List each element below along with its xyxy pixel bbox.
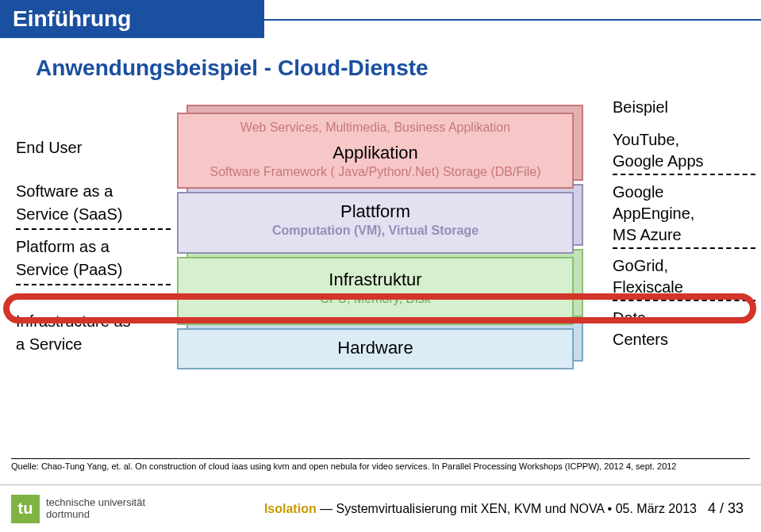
logo-text: technische universität dortmund [46,497,145,520]
footer-rest: — Systemvirtualisierung mit XEN, KVM und… [317,502,697,515]
label-saas-1: Software as a [16,182,171,201]
divider [16,228,171,230]
divider [613,300,755,301]
label-paas-2: Service (PaaS) [16,261,171,279]
label-iaas-1: Infrastructure as [16,312,171,331]
label-iaas-2: a Service [16,335,171,354]
label-enduser: End User [16,139,171,157]
layer-stack: Web Services, Multimedia, Business Appli… [177,113,605,373]
example-gae-3: MS Azure [613,226,755,244]
divider [613,174,755,175]
example-heading: Beispiel [613,98,755,117]
plat-subline: Computation (VM), Virtual Storage [179,222,572,243]
page-current: 4 [708,500,716,516]
example-gogrid-2: Flexiscale [613,278,755,297]
example-gae-1: Google [613,183,755,201]
plat-title: Plattform [179,193,572,222]
inf-subline: CPU, Memory, Disk [179,290,572,311]
citation-block: Quelle: Chao-Tung Yang, et. al. On const… [11,455,750,471]
page-total: 33 [728,500,744,516]
layer-platform: Plattform Computation (VM), Virtual Stor… [177,192,605,254]
layer-application: Web Services, Multimedia, Business Appli… [177,113,605,189]
example-youtube-2: Google Apps [613,152,755,170]
university-logo: tu technische universität dortmund [11,495,145,523]
app-topline: Web Services, Multimedia, Business Appli… [179,114,572,140]
layer-infrastructure: Infrastruktur CPU, Memory, Disk [177,257,605,325]
logo-icon: tu [11,495,40,523]
uni-line1: technische universität [46,497,145,508]
app-subline: Software Framework ( Java/Python/.Net) S… [179,163,572,184]
inf-title: Infrastruktur [179,258,572,290]
page-subtitle: Anwendungsbeispiel - Cloud-Dienste [36,55,429,81]
example-dc-1: Data [613,309,755,327]
example-gae-2: AppEngine, [613,205,755,223]
section-title: Einführung [13,6,131,32]
page-sep: / [716,500,728,516]
slide-footer: tu technische universität dortmund Isola… [0,484,761,532]
divider [613,247,755,249]
section-header: Einführung [0,0,264,38]
example-gogrid-1: GoGrid, [613,257,755,275]
example-youtube-1: YouTube, [613,131,755,149]
right-examples: Beispiel YouTube, Google Apps Google App… [613,98,755,352]
divider [16,284,171,285]
citation-text: Quelle: Chao-Tung Yang, et. al. On const… [11,459,750,471]
app-title: Applikation [179,140,572,163]
label-saas-2: Service (SaaS) [16,205,171,224]
example-dc-2: Centers [613,331,755,349]
left-labels: End User Software as a Service (SaaS) Pl… [16,139,171,358]
page-indicator: 4 / 33 [708,500,744,517]
footer-title: Isolation — Systemvirtualisierung mit XE… [145,502,708,516]
layer-hardware: Hardware [177,328,605,369]
uni-line2: dortmund [46,509,145,520]
footer-prefix: Isolation [264,502,317,515]
label-paas-1: Platform as a [16,238,171,256]
hw-title: Hardware [179,330,572,358]
header-rule [264,19,761,21]
